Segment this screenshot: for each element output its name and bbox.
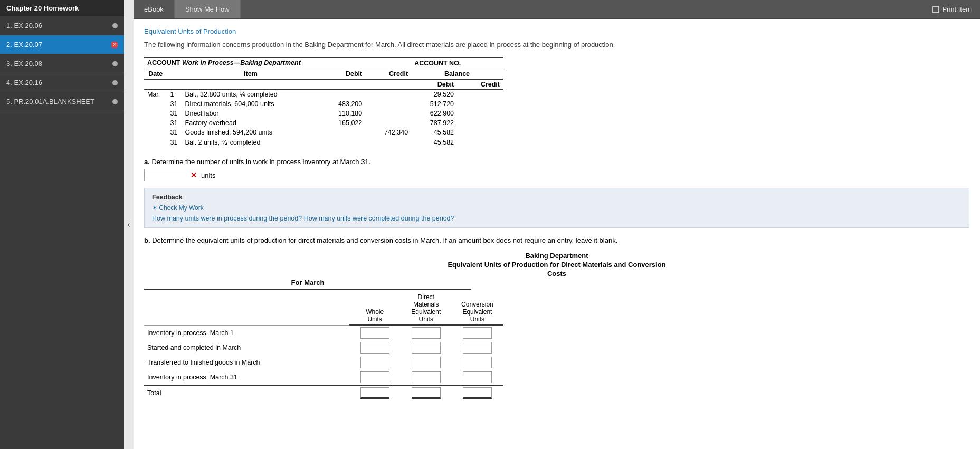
printer-icon bbox=[932, 6, 939, 13]
equiv-row-total: Total bbox=[144, 385, 503, 400]
check-my-work-link[interactable]: ✶ Check My Work bbox=[152, 204, 962, 212]
main-content: eBook Show Me How Print Item Equivalent … bbox=[134, 0, 980, 449]
table-row: 31 Goods finished, 594,200 units 742,340… bbox=[144, 128, 503, 137]
whole-total-input[interactable] bbox=[360, 387, 389, 399]
equiv-units-table: WholeUnits DirectMaterialsEquivalentUnit… bbox=[144, 292, 503, 400]
question-b-label: b. Determine the equivalent units of pro… bbox=[144, 236, 969, 244]
ledger-table: ACCOUNT Work in Process—Baking Departmen… bbox=[144, 57, 503, 147]
answer-a-input[interactable] bbox=[144, 169, 186, 181]
col-whole-header: WholeUnits bbox=[349, 292, 401, 325]
table-b-title2: Equivalent Units of Production for Direc… bbox=[144, 261, 969, 269]
sidebar: Chapter 20 Homework 1. EX.20.06 2. EX.20… bbox=[0, 0, 124, 449]
whole-started-input[interactable] bbox=[360, 342, 389, 354]
toolbar: eBook Show Me How Print Item bbox=[134, 0, 980, 19]
print-button[interactable]: Print Item bbox=[924, 0, 980, 18]
equiv-row-march1: Inventory in process, March 1 bbox=[144, 325, 503, 340]
feedback-box: Feedback ✶ Check My Work How many units … bbox=[144, 188, 969, 228]
whole-march1-input[interactable] bbox=[360, 327, 389, 339]
table-b-title1: Baking Department bbox=[144, 252, 969, 260]
col-bal-credit-header: Credit bbox=[457, 79, 503, 90]
col-conv-header: ConversionEquivalentUnits bbox=[452, 292, 503, 325]
equiv-row-started: Started and completed in March bbox=[144, 340, 503, 355]
equiv-row-transferred: Transferred to finished goods in March bbox=[144, 355, 503, 370]
account-no-label: ACCOUNT NO. bbox=[414, 60, 461, 67]
sidebar-item-label: 1. EX.20.06 bbox=[6, 22, 42, 30]
sidebar-item-label: 3. EX.20.08 bbox=[6, 60, 42, 68]
conv-total-input[interactable] bbox=[463, 387, 492, 399]
page-title: Equivalent Units of Production bbox=[144, 27, 969, 35]
dot-icon bbox=[112, 80, 118, 85]
answer-a-row: ✕ units bbox=[144, 169, 969, 181]
dot-icon-red: ✕ bbox=[111, 42, 118, 48]
sidebar-item-pr2001a[interactable]: 5. PR.20.01A.BLANKSHEET bbox=[0, 92, 124, 111]
conv-transferred-input[interactable] bbox=[463, 357, 492, 368]
sidebar-item-ex2008[interactable]: 3. EX.20.08 bbox=[0, 54, 124, 73]
sidebar-item-label: 2. EX.20.07 bbox=[6, 41, 42, 49]
sidebar-item-ex2016[interactable]: 4. EX.20.16 bbox=[0, 73, 124, 92]
col-balance-header: Balance bbox=[411, 69, 503, 80]
dot-icon bbox=[112, 99, 118, 104]
content-area: Equivalent Units of Production The follo… bbox=[134, 19, 980, 449]
table-row: 31 Bal. 2 units, ⅔ completed 45,582 bbox=[144, 137, 503, 147]
equiv-row-march31: Inventory in process, March 31 bbox=[144, 370, 503, 385]
col-desc-header bbox=[144, 292, 349, 325]
intro-text: The following information concerns produ… bbox=[144, 41, 969, 49]
feedback-hint: How many units were in process during th… bbox=[152, 215, 962, 222]
main-wrapper: ‹ eBook Show Me How Print Item Equivalen… bbox=[124, 0, 980, 449]
collapse-panel-button[interactable]: ‹ bbox=[124, 0, 134, 449]
x-mark-icon: ✕ bbox=[191, 171, 197, 179]
dm-march1-input[interactable] bbox=[412, 327, 441, 339]
table-row: 31 Direct labor 110,180 622,900 bbox=[144, 109, 503, 118]
table-b-title4: For March bbox=[144, 279, 471, 290]
dot-icon bbox=[112, 61, 118, 66]
sidebar-item-label: 5. PR.20.01A.BLANKSHEET bbox=[6, 98, 94, 106]
table-row: 31 Direct materials, 604,000 units 483,2… bbox=[144, 99, 503, 109]
sidebar-item-ex2007[interactable]: 2. EX.20.07 ✕ bbox=[0, 35, 124, 54]
whole-march31-input[interactable] bbox=[360, 371, 389, 383]
ebook-button[interactable]: eBook bbox=[134, 0, 175, 18]
sidebar-title: Chapter 20 Homework bbox=[0, 0, 124, 16]
table-b-title3: Costs bbox=[144, 270, 969, 278]
question-a-label: a. Determine the number of units in work… bbox=[144, 158, 969, 166]
conv-march1-input[interactable] bbox=[463, 327, 492, 339]
dm-transferred-input[interactable] bbox=[412, 357, 441, 368]
dm-started-input[interactable] bbox=[412, 342, 441, 354]
table-row: 31 Factory overhead 165,022 787,922 bbox=[144, 118, 503, 128]
units-label: units bbox=[201, 171, 215, 179]
ledger-account-title: ACCOUNT Work in Process—Baking Departmen… bbox=[147, 59, 301, 66]
dm-march31-input[interactable] bbox=[412, 371, 441, 383]
ledger-wrapper: ACCOUNT Work in Process—Baking Departmen… bbox=[144, 57, 969, 147]
conv-march31-input[interactable] bbox=[463, 371, 492, 383]
sidebar-item-label: 4. EX.20.16 bbox=[6, 79, 42, 87]
col-credit-header: Credit bbox=[365, 69, 411, 80]
show-me-how-button[interactable]: Show Me How bbox=[175, 0, 241, 18]
chevron-left-icon: ‹ bbox=[127, 220, 130, 230]
col-dm-header: DirectMaterialsEquivalentUnits bbox=[401, 292, 452, 325]
col-bal-debit-header: Debit bbox=[411, 79, 457, 90]
sidebar-item-ex2006[interactable]: 1. EX.20.06 bbox=[0, 16, 124, 35]
col-date-header: Date bbox=[144, 69, 167, 80]
col-item-header: Item bbox=[182, 69, 320, 80]
conv-started-input[interactable] bbox=[463, 342, 492, 354]
col-debit-header: Debit bbox=[319, 69, 365, 80]
feedback-title: Feedback bbox=[152, 194, 962, 201]
table-row: Mar. 1 Bal., 32,800 units, ¼ completed 2… bbox=[144, 90, 503, 100]
whole-transferred-input[interactable] bbox=[360, 357, 389, 368]
col-day-header bbox=[167, 69, 182, 80]
dm-total-input[interactable] bbox=[412, 387, 441, 399]
dot-icon bbox=[112, 23, 118, 28]
